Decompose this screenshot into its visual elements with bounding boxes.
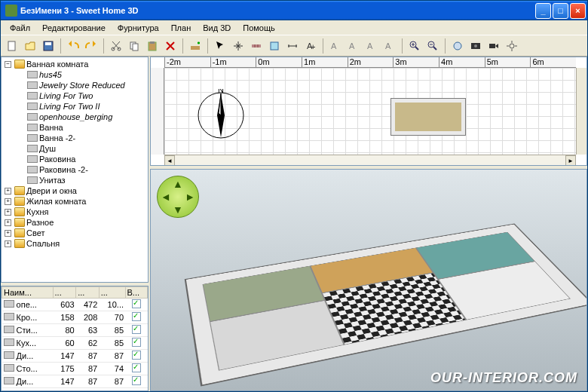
menu-3dview[interactable]: Вид 3D <box>197 22 237 34</box>
table-row[interactable]: Сто...1758774 <box>2 363 148 375</box>
text4-icon[interactable]: A <box>363 38 380 54</box>
expand-icon[interactable]: + <box>5 240 11 247</box>
undo-icon[interactable] <box>65 38 81 54</box>
column-header[interactable]: ... <box>53 287 76 299</box>
tree-root-node[interactable]: − Ванная комната <box>2 59 148 69</box>
visible-checkbox[interactable] <box>132 325 141 334</box>
visible-checkbox[interactable] <box>132 312 141 321</box>
nav-icon[interactable] <box>449 38 466 54</box>
tree-item[interactable]: Раковина -2- <box>2 164 148 175</box>
tree-category[interactable]: + Спальня <box>2 238 148 249</box>
minimize-button[interactable]: _ <box>535 3 551 19</box>
copy-icon[interactable] <box>126 38 142 54</box>
new-icon[interactable] <box>4 38 20 54</box>
menu-file[interactable]: Файл <box>4 22 36 34</box>
tree-item[interactable]: Jewelry Store Reduced <box>2 80 148 90</box>
visible-checkbox[interactable] <box>132 363 141 372</box>
plan-hscrollbar[interactable]: ◄ ► <box>164 155 576 165</box>
table-row[interactable]: Кух...606285 <box>2 337 148 350</box>
cut-icon[interactable] <box>108 38 124 54</box>
catalog-tree[interactable]: − Ванная комната hus45 Jewelry Store Red… <box>1 57 149 283</box>
scroll-track[interactable] <box>175 155 565 165</box>
paste-icon[interactable] <box>144 38 161 54</box>
tree-category[interactable]: + Разное <box>2 217 148 228</box>
column-header[interactable]: В... <box>125 287 147 299</box>
tree-category[interactable]: + Жилая комната <box>2 196 148 207</box>
scroll-right-icon[interactable]: ► <box>565 155 576 166</box>
text5-icon[interactable]: A <box>381 38 398 54</box>
tree-item[interactable]: Душ <box>2 143 148 154</box>
table-row[interactable]: Ди...1478787 <box>2 350 148 363</box>
tree-item[interactable]: Living For Two II <box>2 101 148 112</box>
column-header[interactable]: ... <box>99 287 125 299</box>
dimension-icon[interactable] <box>284 38 301 54</box>
file-icon <box>27 103 38 110</box>
table-row[interactable]: опе...60347210... <box>2 299 148 311</box>
visible-checkbox[interactable] <box>132 338 141 347</box>
select-icon[interactable] <box>212 38 228 54</box>
close-button[interactable]: × <box>570 3 586 19</box>
tree-item[interactable]: Унитаз <box>2 175 148 185</box>
collapse-icon[interactable]: − <box>5 61 11 68</box>
nav-up-icon[interactable]: ▲ <box>173 178 183 190</box>
visible-checkbox[interactable] <box>132 376 141 385</box>
expand-icon[interactable]: + <box>5 219 11 226</box>
text-icon[interactable]: A+ <box>302 38 319 54</box>
tree-item[interactable]: Ванна -2- <box>2 133 148 143</box>
photo-icon[interactable] <box>467 38 484 54</box>
column-header[interactable]: Наим... <box>2 287 54 299</box>
3d-nav-pad[interactable]: ▲ ▼ ◄ ► <box>157 176 199 218</box>
tree-category[interactable]: + Кухня <box>2 207 148 217</box>
zoom-out-icon[interactable] <box>424 38 441 54</box>
expand-icon[interactable]: + <box>5 230 11 237</box>
menu-help[interactable]: Помощь <box>237 22 281 34</box>
horizontal-ruler: -2m-1m0m1m2m3m4m5m6m <box>164 57 576 68</box>
table-row[interactable]: Сти...806385 <box>2 324 148 337</box>
zoom-in-icon[interactable] <box>406 38 423 54</box>
tree-item[interactable]: hus45 <box>2 69 148 80</box>
add-furniture-icon[interactable] <box>187 38 204 54</box>
tree-item[interactable]: Ванна <box>2 122 148 133</box>
compass-icon[interactable]: N <box>194 89 247 142</box>
mini-floorplan[interactable] <box>390 98 466 136</box>
menu-furniture[interactable]: Фурнитура <box>112 22 165 34</box>
plan-view[interactable]: -2m-1m0m1m2m3m4m5m6m N ◄ ► <box>150 57 587 166</box>
video-icon[interactable] <box>485 38 502 54</box>
expand-icon[interactable]: + <box>5 188 11 194</box>
text3-icon[interactable]: A <box>345 38 362 54</box>
tree-category[interactable]: + Свет <box>2 228 148 238</box>
svg-rect-23 <box>489 44 495 48</box>
menu-plan[interactable]: План <box>165 22 198 34</box>
nav-down-icon[interactable]: ▼ <box>173 204 183 216</box>
room-icon[interactable] <box>266 38 283 54</box>
furniture-table[interactable]: Наим............В... опе...60347210... К… <box>1 286 149 391</box>
expand-icon[interactable]: + <box>5 198 11 205</box>
menu-edit[interactable]: Редактирование <box>36 22 112 34</box>
scroll-left-icon[interactable]: ◄ <box>164 155 175 166</box>
titlebar[interactable]: БезИмени 3 - Sweet Home 3D _ □ × <box>1 1 587 20</box>
nav-right-icon[interactable]: ► <box>185 191 195 203</box>
visible-checkbox[interactable] <box>132 299 141 308</box>
pan-icon[interactable] <box>230 38 247 54</box>
tree-item[interactable]: Раковина <box>2 154 148 164</box>
table-row[interactable]: Кро...15820870 <box>2 311 148 324</box>
tree-item[interactable]: Living For Two <box>2 90 148 101</box>
redo-icon[interactable] <box>83 38 100 54</box>
plan-grid[interactable]: N <box>164 68 576 155</box>
nav-left-icon[interactable]: ◄ <box>161 191 171 203</box>
maximize-button[interactable]: □ <box>553 3 568 19</box>
tree-category[interactable]: + Двери и окна <box>2 185 148 196</box>
visible-checkbox[interactable] <box>132 351 141 360</box>
prefs-icon[interactable] <box>504 38 520 54</box>
open-icon[interactable] <box>22 38 38 54</box>
3d-view[interactable]: ▲ ▼ ◄ ► OUR-INTERIOR.COM <box>150 169 587 391</box>
save-icon[interactable] <box>40 38 57 54</box>
table-row[interactable]: Ди...1478787 <box>2 375 148 388</box>
text2-icon[interactable]: A <box>327 38 344 54</box>
tree-item[interactable]: openhouse_berging <box>2 112 148 122</box>
column-header[interactable]: ... <box>76 287 100 299</box>
plan-vscrollbar[interactable] <box>576 68 586 155</box>
delete-icon[interactable] <box>162 38 179 54</box>
expand-icon[interactable]: + <box>5 209 11 216</box>
wall-icon[interactable] <box>248 38 265 54</box>
